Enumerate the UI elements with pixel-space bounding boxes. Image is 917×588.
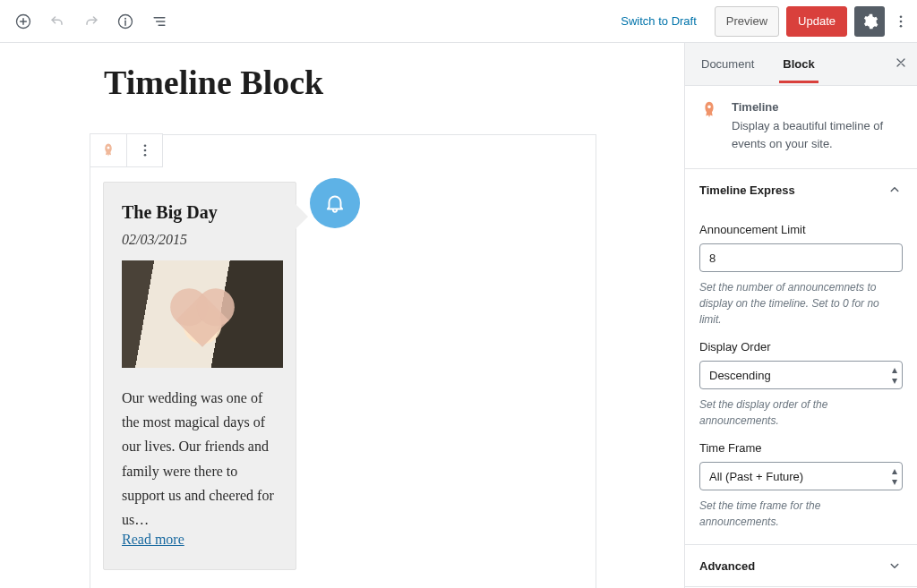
- svg-point-7: [143, 149, 146, 152]
- editor-top-toolbar: Switch to Draft Preview Update: [0, 0, 917, 43]
- block-type-indicator[interactable]: [90, 134, 126, 166]
- announcement-image: [122, 260, 283, 368]
- timeline-node: [310, 178, 360, 228]
- field-help: Set the number of announcemnets to displ…: [699, 279, 903, 328]
- gear-icon: [861, 13, 878, 30]
- more-vertical-icon: [137, 142, 153, 158]
- time-frame-select[interactable]: All (Past + Future): [699, 462, 903, 490]
- content-structure-button[interactable]: [109, 5, 141, 38]
- svg-point-8: [143, 154, 146, 157]
- field-label: Display Order: [699, 340, 903, 354]
- sidebar-tabs: Document Block: [685, 43, 917, 86]
- field-label: Time Frame: [699, 441, 903, 455]
- settings-sidebar: Document Block Timeline Display a beauti…: [684, 43, 917, 588]
- undo-button[interactable]: [41, 5, 73, 38]
- svg-point-5: [900, 24, 903, 27]
- bell-icon: [323, 192, 347, 215]
- read-more-link[interactable]: Read more: [122, 532, 184, 547]
- timeline-block[interactable]: The Big Day 02/03/2015 Our wedding was o…: [90, 134, 596, 588]
- panel-title: Timeline Express: [699, 183, 795, 197]
- block-card: Timeline Display a beautiful timeline of…: [685, 86, 917, 169]
- block-toolbar: [90, 133, 163, 167]
- svg-point-6: [143, 144, 146, 147]
- update-button[interactable]: Update: [786, 6, 847, 37]
- close-sidebar-button[interactable]: [894, 55, 908, 73]
- panel-timeline-express: Timeline Express Announcement Limit Set …: [685, 169, 917, 545]
- field-help: Set the display order of the announcemen…: [699, 396, 903, 429]
- chevron-up-icon: [887, 182, 903, 198]
- tab-block[interactable]: Block: [779, 45, 818, 83]
- editor-canvas: Timeline Block The Big Day 02/03/2015: [0, 43, 684, 588]
- outline-icon: [150, 13, 168, 30]
- block-content: The Big Day 02/03/2015 Our wedding was o…: [90, 134, 596, 588]
- panel-toggle[interactable]: Advanced: [685, 545, 917, 586]
- undo-icon: [48, 13, 66, 30]
- field-label: Announcement Limit: [699, 223, 903, 236]
- redo-button[interactable]: [75, 5, 107, 38]
- tab-document[interactable]: Document: [698, 45, 758, 83]
- preview-button[interactable]: Preview: [715, 6, 779, 37]
- block-navigation-button[interactable]: [143, 5, 176, 38]
- svg-point-3: [900, 15, 903, 18]
- rocket-icon: [699, 100, 721, 122]
- add-block-button[interactable]: [7, 5, 39, 38]
- block-name: Timeline: [732, 100, 903, 114]
- svg-point-2: [124, 17, 126, 19]
- redo-icon: [82, 13, 100, 30]
- rocket-icon: [100, 142, 116, 158]
- settings-toggle-button[interactable]: [854, 6, 885, 37]
- panel-advanced: Advanced: [685, 545, 917, 587]
- field-help: Set the time frame for the announcements…: [699, 498, 903, 530]
- display-order-select[interactable]: Descending: [699, 361, 903, 389]
- announcement-title: The Big Day: [122, 202, 278, 223]
- panel-toggle[interactable]: Timeline Express: [685, 169, 917, 210]
- switch-to-draft-button[interactable]: Switch to Draft: [610, 9, 707, 33]
- more-vertical-icon: [893, 13, 909, 30]
- more-menu-button[interactable]: [892, 6, 910, 37]
- block-description: Display a beautiful timeline of events o…: [732, 117, 903, 152]
- close-icon: [894, 55, 908, 70]
- post-title[interactable]: Timeline Block: [104, 63, 684, 102]
- announcement-limit-input[interactable]: [699, 243, 903, 272]
- svg-point-4: [900, 20, 903, 22]
- announcement-date: 02/03/2015: [122, 232, 278, 248]
- block-more-options[interactable]: [126, 134, 162, 166]
- panel-title: Advanced: [699, 559, 755, 573]
- plus-circle-icon: [14, 13, 32, 30]
- announcement-card: The Big Day 02/03/2015 Our wedding was o…: [103, 182, 296, 570]
- announcement-excerpt: Our wedding was one of the most magical …: [122, 386, 278, 532]
- info-icon: [116, 13, 134, 30]
- chevron-down-icon: [887, 558, 903, 574]
